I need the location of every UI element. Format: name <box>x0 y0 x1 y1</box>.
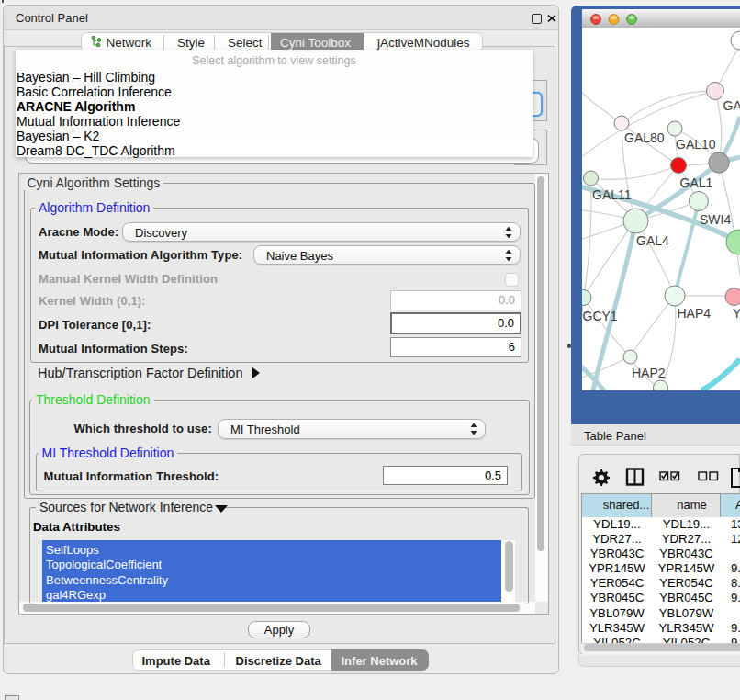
svg-text:GAL80: GAL80 <box>624 130 665 145</box>
svg-text:SWI4: SWI4 <box>700 212 731 227</box>
svg-text:GAL2: GAL2 <box>723 98 740 113</box>
svg-text:GCY1: GCY1 <box>583 309 618 323</box>
svg-text:HAP2: HAP2 <box>632 366 666 380</box>
svg-text:GAL4: GAL4 <box>636 233 669 248</box>
svg-text:GAL11: GAL11 <box>592 187 632 202</box>
svg-text:HAP4: HAP4 <box>678 306 712 321</box>
svg-text:YJ: YJ <box>733 306 740 321</box>
svg-text:GAL1: GAL1 <box>680 175 713 190</box>
svg-text:GAL10: GAL10 <box>676 137 716 152</box>
